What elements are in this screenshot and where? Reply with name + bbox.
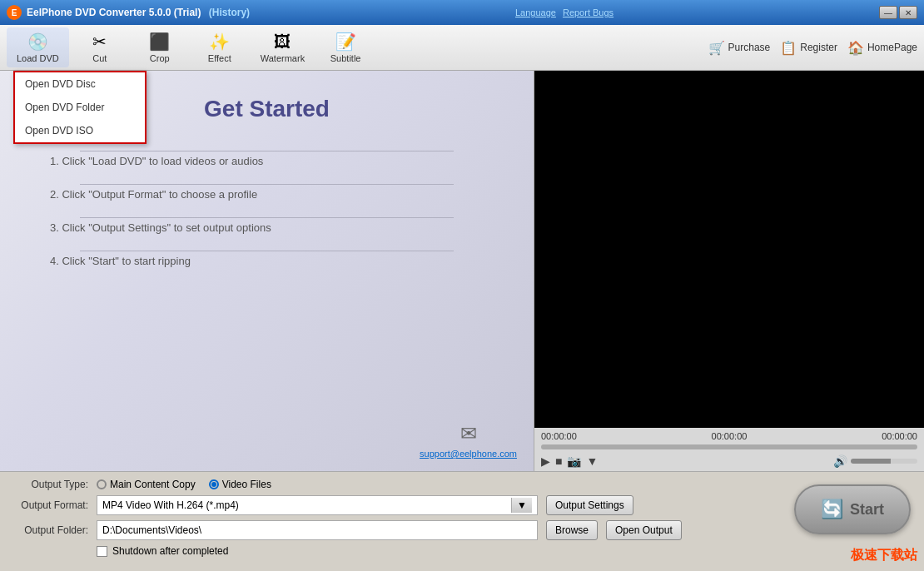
main-content-copy-label: Main Content Copy xyxy=(110,479,196,490)
title-left: E EelPhone DVD Converter 5.0.0 (Trial) (… xyxy=(7,5,250,20)
format-select[interactable]: MP4 Video With H.264 (*.mp4) ▼ xyxy=(97,495,538,515)
progress-bar[interactable] xyxy=(541,444,917,449)
cut-label: Cut xyxy=(92,53,107,63)
step-2-text: 2. Click "Output Format" to choose a pro… xyxy=(33,188,257,201)
output-type-radio-group: Main Content Copy Video Files xyxy=(97,479,271,490)
time-middle: 00:00:00 xyxy=(712,431,748,441)
video-area xyxy=(534,71,924,428)
start-icon: 🔄 xyxy=(821,499,843,520)
load-dvd-dropdown: Open DVD Disc Open DVD Folder Open DVD I… xyxy=(13,71,147,144)
snapshot-button[interactable]: 📷 xyxy=(567,454,581,468)
video-files-label: Video Files xyxy=(222,479,271,490)
support-email-link[interactable]: support@eelphone.com xyxy=(420,449,517,459)
effect-icon: ✨ xyxy=(209,32,230,52)
video-files-option[interactable]: Video Files xyxy=(209,479,271,490)
step-1-text: 1. Click "Load DVD" to load videos or au… xyxy=(33,155,263,167)
get-started-title: Get Started xyxy=(204,96,330,122)
play-button[interactable]: ▶ xyxy=(541,454,550,468)
browse-button[interactable]: Browse xyxy=(546,520,598,540)
subtitle-icon: 📝 xyxy=(335,32,356,52)
shutdown-label: Shutdown after completed xyxy=(112,545,228,557)
minimize-button[interactable]: — xyxy=(879,6,897,19)
purchase-button[interactable]: 🛒 Purchase xyxy=(708,40,771,56)
report-bugs-link[interactable]: Report Bugs xyxy=(563,7,614,17)
bottom-panel: Output Type: Main Content Copy Video Fil… xyxy=(0,471,924,571)
output-settings-button[interactable]: Output Settings xyxy=(546,495,633,515)
effect-label: Effect xyxy=(208,53,231,63)
title-bar: E EelPhone DVD Converter 5.0.0 (Trial) (… xyxy=(0,0,924,25)
format-dropdown-arrow[interactable]: ▼ xyxy=(511,498,532,513)
language-link[interactable]: Language xyxy=(515,7,556,17)
output-format-label: Output Format: xyxy=(13,499,88,511)
main-content-copy-radio[interactable] xyxy=(97,479,107,489)
step-separator-3 xyxy=(80,217,454,218)
crop-icon: ⬛ xyxy=(149,32,170,52)
crop-label: Crop xyxy=(150,53,170,63)
effect-button[interactable]: ✨ Effect xyxy=(191,27,249,67)
stop-button[interactable]: ■ xyxy=(555,454,562,468)
app-title: EelPhone DVD Converter 5.0.0 (Trial) (Hi… xyxy=(27,7,250,18)
watermark-button[interactable]: 🖼 Watermark xyxy=(251,27,315,67)
subtitle-label: Subtitle xyxy=(330,53,361,63)
open-dvd-folder-item[interactable]: Open DVD Folder xyxy=(15,96,145,119)
subtitle-button[interactable]: 📝 Subtitle xyxy=(316,27,375,67)
homepage-label: HomePage xyxy=(867,42,917,53)
step-3-text: 3. Click "Output Settings" to set output… xyxy=(33,221,271,234)
video-controls: 00:00:00 00:00:00 00:00:00 ▶ ■ 📷 ▼ 🔊 xyxy=(534,428,924,471)
load-dvd-button[interactable]: 💿 Load DVD xyxy=(7,27,69,67)
volume-icon: 🔊 xyxy=(833,454,847,468)
volume-area: 🔊 xyxy=(833,454,917,468)
purchase-label: Purchase xyxy=(728,42,771,53)
step-separator-4 xyxy=(80,251,454,251)
crop-button[interactable]: ⬛ Crop xyxy=(131,27,189,67)
output-folder-row: Output Folder: D:\Documents\Videos\ Brow… xyxy=(13,520,911,540)
toolbar: 💿 Load DVD ✂ Cut ⬛ Crop ✨ Effect 🖼 Water… xyxy=(0,25,924,71)
format-value: MP4 Video With H.264 (*.mp4) xyxy=(102,499,239,511)
history-link[interactable]: (History) xyxy=(209,7,250,18)
output-type-label: Output Type: xyxy=(13,479,88,490)
watermark-label: Watermark xyxy=(261,53,305,63)
register-button[interactable]: 📋 Register xyxy=(780,40,837,56)
close-button[interactable]: ✕ xyxy=(899,6,917,19)
window-controls: — ✕ xyxy=(879,6,917,19)
open-output-button[interactable]: Open Output xyxy=(606,520,682,540)
start-button[interactable]: 🔄 Start xyxy=(794,484,911,534)
video-files-radio[interactable] xyxy=(209,479,219,489)
step-separator-2 xyxy=(80,184,454,185)
open-dvd-disc-item[interactable]: Open DVD Disc xyxy=(15,72,145,96)
purchase-icon: 🛒 xyxy=(708,40,725,56)
output-format-row: Output Format: MP4 Video With H.264 (*.m… xyxy=(13,495,911,515)
cut-button[interactable]: ✂ Cut xyxy=(71,27,129,67)
time-row: 00:00:00 00:00:00 00:00:00 xyxy=(541,431,917,441)
email-icon: ✉ xyxy=(460,422,477,445)
app-icon: E xyxy=(7,5,22,20)
register-icon: 📋 xyxy=(780,40,797,56)
watermark-icon: 🖼 xyxy=(274,32,291,52)
main-content-copy-option[interactable]: Main Content Copy xyxy=(97,479,196,490)
toolbar-right: 🛒 Purchase 📋 Register 🏠 HomePage xyxy=(708,40,917,56)
support-area: ✉ support@eelphone.com xyxy=(420,422,517,459)
time-end: 00:00:00 xyxy=(882,431,917,441)
output-type-row: Output Type: Main Content Copy Video Fil… xyxy=(13,479,911,490)
output-folder-label: Output Folder: xyxy=(13,524,88,536)
load-dvd-icon: 💿 xyxy=(27,32,48,52)
step-separator-1 xyxy=(80,151,454,151)
video-player-panel: 00:00:00 00:00:00 00:00:00 ▶ ■ 📷 ▼ 🔊 xyxy=(534,71,924,471)
control-buttons: ▶ ■ 📷 ▼ 🔊 xyxy=(541,454,917,468)
folder-input[interactable]: D:\Documents\Videos\ xyxy=(97,520,538,540)
folder-value: D:\Documents\Videos\ xyxy=(102,524,201,536)
register-label: Register xyxy=(800,42,837,53)
shutdown-checkbox[interactable] xyxy=(97,546,107,557)
watermark: 极速下载站 xyxy=(851,547,917,564)
app-name: EelPhone DVD Converter 5.0.0 (Trial) xyxy=(27,7,201,18)
open-dvd-iso-item[interactable]: Open DVD ISO xyxy=(15,119,145,142)
time-current: 00:00:00 xyxy=(541,431,577,441)
volume-slider[interactable] xyxy=(851,459,917,464)
step-4-text: 4. Click "Start" to start ripping xyxy=(33,255,191,267)
homepage-button[interactable]: 🏠 HomePage xyxy=(847,40,917,56)
start-label: Start xyxy=(850,501,884,519)
shutdown-row: Shutdown after completed xyxy=(13,545,911,557)
more-button[interactable]: ▼ xyxy=(586,454,598,468)
title-extra: Language Report Bugs xyxy=(515,7,614,17)
cut-icon: ✂ xyxy=(92,32,107,52)
